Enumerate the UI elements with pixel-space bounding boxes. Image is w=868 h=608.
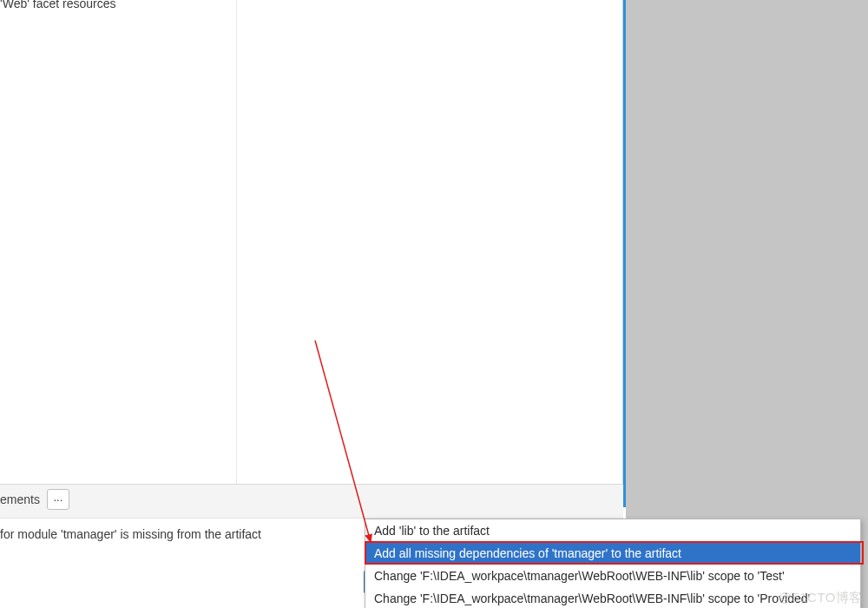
menu-item-add-all-missing[interactable]: Add all missing dependencies of 'tmanage… [365, 542, 860, 565]
watermark-text: @51CTO博客 [779, 590, 863, 606]
menu-item-add-lib[interactable]: Add 'lib' to the artifact [365, 519, 860, 542]
header-fragment: 'Web' facet resources [0, 0, 115, 10]
main-content-area [0, 0, 623, 484]
more-elements-button[interactable]: ... [47, 489, 69, 510]
vertical-divider [236, 0, 237, 484]
menu-item-scope-test[interactable]: Change 'F:\IDEA_workpace\tmanager\WebRoo… [365, 565, 860, 587]
elements-row: ements ... [0, 485, 623, 514]
right-side-panel [626, 0, 868, 608]
elements-label: ements [0, 492, 40, 506]
